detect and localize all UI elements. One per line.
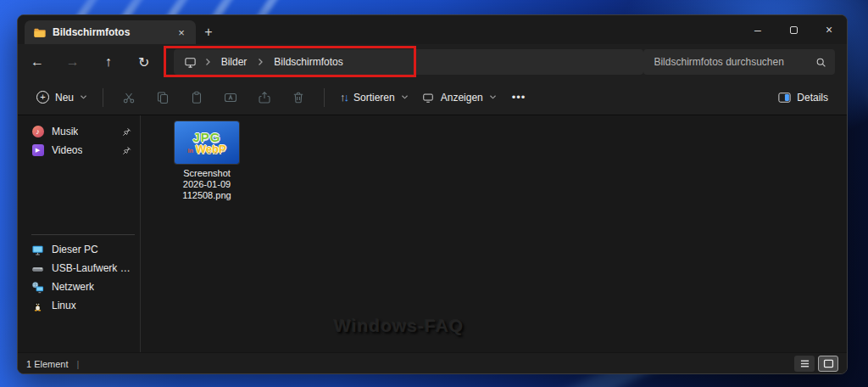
explorer-window: Bildschirmfotos × + – × ← → ↑ ↻ Bilder: [17, 14, 848, 374]
paste-button[interactable]: [180, 85, 214, 110]
chevron-right-icon: [257, 58, 264, 66]
search-icon[interactable]: [815, 57, 826, 68]
network-icon: [31, 281, 44, 294]
sidebar-item-label: USB-Laufwerk (D:): [52, 262, 131, 274]
toolbar-separator: [103, 88, 103, 107]
forward-button[interactable]: →: [55, 48, 91, 76]
sidebar-item-usb-drive[interactable]: USB-Laufwerk (D:): [18, 259, 140, 278]
cut-button[interactable]: [112, 85, 146, 110]
chevron-down-icon: [401, 94, 409, 100]
sidebar-separator: [31, 234, 135, 235]
close-button[interactable]: ×: [811, 15, 847, 44]
chevron-down-icon: [80, 94, 87, 100]
item-count: 1 Element: [26, 359, 69, 369]
music-icon: ♪: [31, 126, 44, 138]
tab-bar: Bildschirmfotos × + – ×: [18, 15, 847, 44]
breadcrumb-bildschirmfotos[interactable]: Bildschirmfotos: [271, 54, 345, 70]
videos-icon: ▶: [31, 144, 44, 157]
sidebar-item-videos[interactable]: ▶ Videos: [18, 141, 140, 160]
view-button-label: Anzeigen: [441, 92, 483, 104]
maximize-icon: [790, 26, 798, 34]
minimize-button[interactable]: –: [740, 15, 776, 44]
address-bar[interactable]: Bilder Bildschirmfotos: [174, 49, 644, 75]
sidebar-item-label: Dieser PC: [52, 244, 98, 255]
address-row: ← → ↑ ↻ Bilder Bildschirmfotos Bildschir…: [18, 44, 847, 80]
tab-title: Bildschirmfotos: [53, 26, 167, 38]
plus-circle-icon: +: [36, 91, 49, 104]
linux-penguin-icon: [31, 300, 44, 312]
status-divider: |: [77, 359, 80, 369]
delete-button[interactable]: [281, 85, 315, 110]
thumbnail-text-in: in: [187, 148, 192, 154]
view-button[interactable]: Anzeigen: [415, 86, 504, 109]
sidebar-item-label: Musik: [52, 126, 78, 137]
file-item-screenshot[interactable]: JPG in WebP Screenshot 2026-01-09 112508…: [166, 121, 248, 201]
copy-button[interactable]: [146, 85, 180, 110]
sidebar-item-netzwerk[interactable]: Netzwerk: [18, 278, 140, 296]
maximize-button[interactable]: [776, 15, 811, 44]
new-button-label: Neu: [55, 92, 74, 104]
explorer-body: ♪ Musik ▶ Videos: [18, 115, 847, 352]
sidebar-item-musik[interactable]: ♪ Musik: [18, 122, 140, 141]
sort-arrows-icon: ↑↓: [340, 92, 348, 103]
navigation-pane: ♪ Musik ▶ Videos: [18, 115, 141, 352]
tab-close-button[interactable]: ×: [174, 25, 189, 40]
sidebar-item-linux[interactable]: Linux: [18, 296, 140, 315]
refresh-button[interactable]: ↻: [126, 48, 162, 76]
pin-icon: [122, 146, 131, 155]
sidebar-item-label: Netzwerk: [52, 281, 94, 293]
new-tab-button[interactable]: +: [196, 20, 221, 44]
details-pane-label: Details: [797, 92, 828, 104]
folder-icon: [33, 26, 46, 39]
search-placeholder: Bildschirmfotos durchsuchen: [654, 56, 783, 68]
file-name: Screenshot 2026-01-09 112508.png: [166, 168, 248, 201]
details-pane-button[interactable]: Details: [771, 86, 835, 109]
status-bar: 1 Element |: [18, 352, 847, 374]
file-list-area: JPG in WebP Screenshot 2026-01-09 112508…: [141, 115, 847, 352]
sidebar-item-dieser-pc[interactable]: Dieser PC: [18, 240, 140, 259]
thumbnail-view-button[interactable]: [818, 356, 838, 372]
window-controls: – ×: [740, 15, 847, 44]
tab-bildschirmfotos[interactable]: Bildschirmfotos ×: [25, 20, 196, 44]
usb-drive-icon: [31, 262, 44, 275]
details-pane-icon: [778, 91, 791, 104]
breadcrumb-bilder[interactable]: Bilder: [219, 54, 250, 70]
up-button[interactable]: ↑: [91, 48, 126, 76]
this-pc-icon: [31, 244, 44, 256]
chevron-right-icon: [204, 58, 211, 66]
share-button[interactable]: [248, 85, 281, 110]
search-input[interactable]: Bildschirmfotos durchsuchen: [643, 49, 835, 75]
this-pc-icon: [184, 56, 197, 69]
watermark-text: Windows-FAQ: [334, 316, 464, 336]
sort-button[interactable]: ↑↓ Sortieren: [333, 87, 415, 109]
back-button[interactable]: ←: [19, 48, 55, 76]
rename-button[interactable]: [214, 85, 248, 110]
thumbnail-text-webp: WebP: [196, 143, 226, 155]
sidebar-item-label: Linux: [52, 300, 76, 311]
new-button[interactable]: + Neu: [30, 86, 94, 109]
more-options-button[interactable]: •••: [504, 86, 535, 109]
sidebar-item-label: Videos: [52, 144, 82, 156]
chevron-down-icon: [489, 94, 497, 100]
command-bar: + Neu: [18, 80, 847, 115]
toolbar-separator: [324, 88, 325, 107]
sort-button-label: Sortieren: [353, 92, 395, 104]
view-icon: [422, 91, 435, 104]
view-toggles: [794, 356, 838, 372]
details-view-button[interactable]: [794, 356, 815, 372]
pin-icon: [122, 127, 131, 137]
file-thumbnail: JPG in WebP: [175, 121, 239, 164]
